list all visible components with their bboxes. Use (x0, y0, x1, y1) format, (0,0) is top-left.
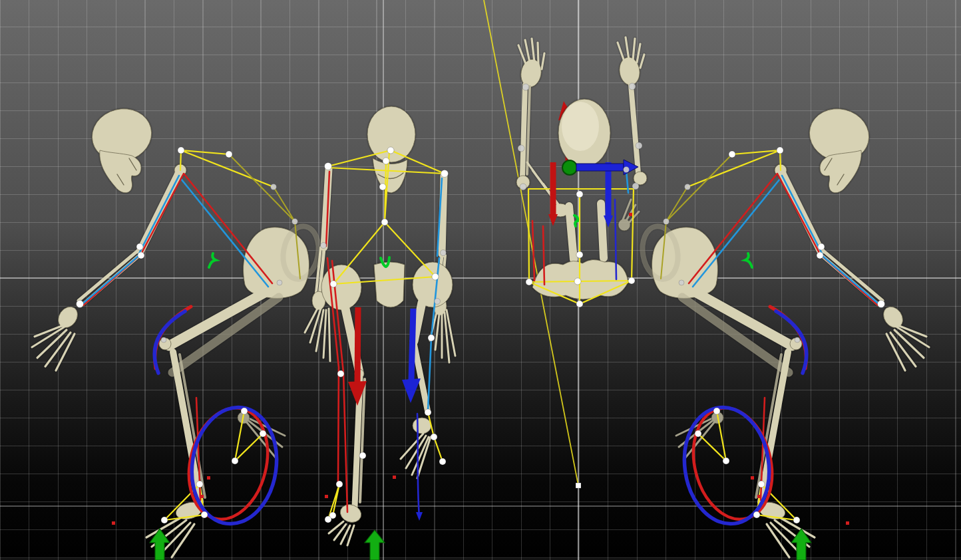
left-thigh-arrow-red[interactable] (357, 307, 358, 382)
mocap-marker[interactable] (359, 452, 366, 459)
skeleton-view-sagittal-right[interactable] (638, 102, 929, 560)
mocap-marker[interactable] (428, 335, 435, 341)
muscle-red-top1[interactable] (532, 221, 534, 281)
blue-line-arrowhead (416, 512, 423, 521)
mocap-marker[interactable] (576, 251, 583, 258)
center-of-mass-marker[interactable] (574, 215, 578, 226)
skeleton-view-sagittal-left[interactable] (32, 102, 323, 560)
mocap-marker[interactable] (526, 279, 532, 285)
skull-top-highlight (562, 102, 599, 151)
mocap-marker[interactable] (435, 299, 441, 305)
mocap-marker[interactable] (576, 301, 583, 307)
red-bundle-arrowhead (548, 214, 558, 226)
mocap-marker[interactable] (439, 458, 446, 465)
axis-y-origin-circle[interactable] (562, 160, 577, 175)
mocap-marker[interactable] (522, 84, 529, 90)
mocap-marker[interactable] (425, 409, 431, 416)
mocap-marker[interactable] (381, 219, 388, 225)
right-forearm-top (631, 85, 638, 173)
mocap-marker[interactable] (336, 481, 343, 488)
skeleton-view-frontal[interactable] (305, 106, 455, 560)
3d-viewport[interactable] (0, 0, 961, 560)
right-femur-top (601, 204, 604, 258)
mocap-marker[interactable] (574, 278, 581, 285)
mocap-marker[interactable] (441, 250, 447, 256)
mocap-marker[interactable] (325, 516, 331, 523)
right-thigh-arrowhead-blue (402, 378, 421, 403)
left-foot-toes (329, 521, 354, 545)
scene-svg[interactable] (0, 0, 961, 560)
right-thigh-arrow-blue[interactable] (411, 309, 413, 380)
skeleton-view-top[interactable] (516, 37, 647, 488)
sacrum (374, 262, 405, 307)
left-femur-top (569, 206, 574, 259)
left-hand-top (519, 58, 544, 89)
mocap-marker[interactable] (628, 277, 635, 284)
mocap-marker[interactable] (321, 243, 327, 249)
mocap-marker[interactable] (518, 145, 524, 152)
mocap-marker[interactable] (432, 273, 439, 280)
mocap-marker[interactable] (325, 163, 332, 170)
mocap-marker[interactable] (330, 281, 337, 287)
mocap-marker[interactable] (431, 434, 437, 440)
force-point-dot (325, 495, 328, 498)
left-foot-toes-top (527, 162, 562, 209)
force-point-dot (629, 213, 632, 216)
mocap-marker[interactable] (379, 184, 386, 190)
mocap-marker[interactable] (632, 183, 639, 190)
left-fingers (305, 307, 330, 361)
grf-arrow[interactable] (365, 530, 385, 560)
right-foot-tarsals (413, 418, 431, 434)
mocap-marker[interactable] (337, 370, 344, 377)
mocap-marker[interactable] (520, 184, 526, 190)
joint-moment-arrows[interactable] (348, 307, 421, 406)
mocap-marker[interactable] (636, 142, 642, 149)
right-foot-top (618, 200, 639, 231)
left-forearm-top (522, 85, 525, 177)
skull-jaw (373, 158, 407, 193)
mocap-marker[interactable] (629, 83, 636, 90)
mocap-marker[interactable] (624, 167, 630, 173)
right-tibia (414, 343, 428, 412)
mocap-marker[interactable] (383, 158, 389, 164)
mocap-marker[interactable] (387, 147, 394, 154)
mocap-marker-square[interactable] (576, 483, 581, 488)
mocap-marker[interactable] (441, 170, 449, 178)
right-foot-toes (401, 434, 431, 478)
force-point-dot (393, 476, 396, 479)
left-forearm-top2 (527, 86, 530, 174)
mocap-marker[interactable] (576, 191, 583, 198)
